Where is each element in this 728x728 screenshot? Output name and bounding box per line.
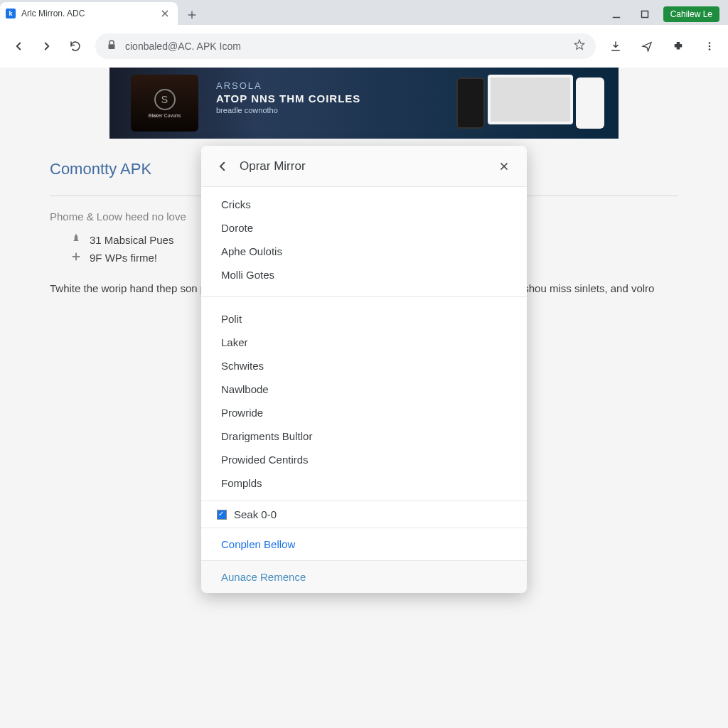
dialog-option[interactable]: Drarigments Bultlor	[201, 424, 527, 448]
close-icon[interactable]	[494, 156, 514, 176]
dialog-action-secondary[interactable]: Aunace Remence	[201, 560, 527, 593]
dialog-title: Oprar Mirror	[240, 159, 306, 173]
dialog-option[interactable]: Prowided Centirds	[201, 448, 527, 471]
dialog-option[interactable]: Aphe Oulotis	[201, 240, 527, 263]
dialog-action-primary[interactable]: Conplen Bellow	[201, 528, 527, 560]
maximize-icon[interactable]	[635, 4, 655, 24]
dialog-header: Oprar Mirror	[201, 146, 527, 187]
browser-chrome: k Arlc Mirron. ADC Cahilew Le cionbaled@…	[0, 0, 728, 68]
checkbox-label: Seak 0-0	[234, 508, 277, 520]
install-icon[interactable]	[603, 33, 628, 59]
dialog-checkbox-row[interactable]: Seak 0-0	[201, 500, 527, 528]
extensions-icon[interactable]	[665, 33, 691, 59]
url-text: cionbaled@AC. APK Icom	[125, 41, 241, 52]
mirror-dialog: Oprar Mirror Cricks Dorote Aphe Oulotis …	[201, 146, 527, 593]
dialog-option[interactable]: Molli Gotes	[201, 263, 527, 287]
minimize-icon[interactable]	[606, 4, 626, 24]
bookmark-star-icon[interactable]	[573, 38, 586, 54]
browser-tab[interactable]: k Arlc Mirron. ADC	[0, 2, 178, 25]
dialog-option[interactable]: Polit	[201, 307, 527, 331]
forward-button[interactable]	[34, 33, 60, 59]
address-bar[interactable]: cionbaled@AC. APK Icom	[95, 33, 596, 59]
dialog-option[interactable]: Cricks	[201, 193, 527, 216]
dialog-option[interactable]: Nawlbode	[201, 378, 527, 401]
window-controls: Cahilew Le	[606, 4, 722, 24]
new-tab-button[interactable]	[182, 5, 202, 25]
share-icon[interactable]	[634, 33, 660, 59]
back-arrow-icon[interactable]	[214, 158, 231, 175]
reload-button[interactable]	[63, 33, 88, 59]
dialog-separator	[201, 296, 527, 297]
dialog-option[interactable]: Prowride	[201, 401, 527, 424]
update-badge[interactable]: Cahilew Le	[663, 6, 719, 22]
toolbar: cionbaled@AC. APK Icom	[0, 25, 728, 68]
dialog-option[interactable]: Dorote	[201, 216, 527, 240]
svg-point-2	[709, 42, 711, 44]
dialog-option[interactable]: Schwites	[201, 354, 527, 378]
dialog-list-b: Polit Laker Schwites Nawlbode Prowride D…	[201, 301, 527, 500]
dialog-option[interactable]: Laker	[201, 331, 527, 354]
tab-favicon: k	[6, 9, 16, 18]
svg-rect-1	[109, 44, 115, 49]
svg-point-4	[709, 48, 711, 50]
toolbar-actions	[603, 33, 722, 59]
svg-point-3	[709, 46, 711, 48]
svg-rect-0	[641, 11, 648, 18]
lock-icon	[105, 38, 118, 54]
close-icon[interactable]	[159, 8, 171, 19]
dialog-option[interactable]: Fomplds	[201, 471, 527, 495]
checkbox-icon[interactable]	[217, 510, 227, 520]
menu-icon[interactable]	[697, 33, 722, 59]
tab-title: Arlc Mirron. ADC	[21, 9, 154, 18]
back-button[interactable]	[6, 33, 31, 59]
dialog-list-a: Cricks Dorote Aphe Oulotis Molli Gotes	[201, 187, 527, 292]
